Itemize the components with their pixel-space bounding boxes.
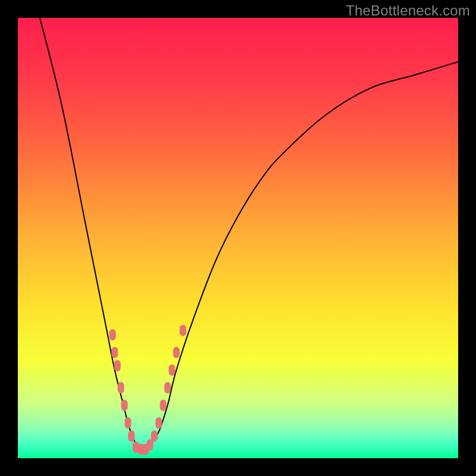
data-marker: [169, 365, 175, 375]
chart-frame: TheBottleneck.com: [0, 0, 476, 476]
curve-layer: [18, 18, 458, 458]
data-marker: [180, 325, 186, 336]
data-marker: [125, 418, 131, 428]
data-marker: [165, 383, 171, 393]
watermark-text: TheBottleneck.com: [346, 2, 470, 19]
data-marker: [121, 400, 127, 411]
data-marker: [147, 440, 153, 450]
bottleneck-curve: [40, 18, 458, 450]
plot-area: [18, 18, 458, 458]
data-marker: [173, 347, 179, 358]
data-marker: [151, 431, 157, 441]
marker-group: [109, 325, 186, 455]
data-marker: [129, 431, 134, 441]
data-marker: [109, 330, 115, 340]
data-marker: [156, 418, 162, 428]
data-marker: [160, 400, 166, 411]
data-marker: [114, 361, 120, 371]
data-marker: [118, 383, 124, 393]
data-marker: [112, 347, 118, 358]
